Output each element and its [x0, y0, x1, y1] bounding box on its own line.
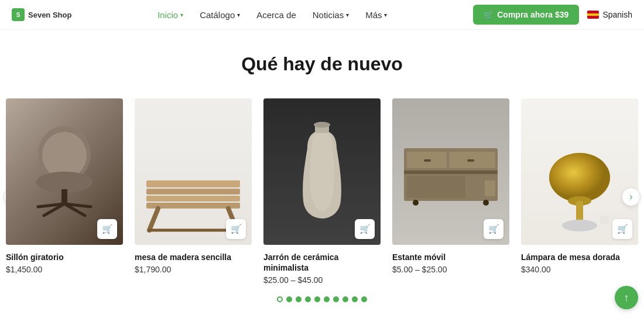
product-card-4: 🛒 Lámpara de mesa dorada $340.00	[521, 98, 638, 285]
product-card-3: 🛒 Estante móvil $5.00 – $25.00	[392, 98, 509, 285]
product-price-2: $25.00 – $45.00	[263, 275, 381, 285]
product-card-2: 🛒 Jarrón de cerámica minimalista $25.00 …	[263, 98, 381, 285]
add-to-cart-4[interactable]: 🛒	[612, 219, 632, 239]
dot-7[interactable]	[342, 296, 348, 302]
svg-rect-10	[146, 196, 240, 202]
svg-rect-25	[485, 180, 495, 196]
dot-3[interactable]	[305, 296, 311, 302]
svg-point-32	[562, 220, 597, 231]
product-name-0: Sillón giratorio	[6, 252, 123, 262]
svg-rect-8	[146, 180, 240, 187]
dot-0[interactable]	[277, 296, 283, 302]
nav-item-noticias[interactable]: Noticias ▾	[313, 10, 349, 20]
svg-point-29	[549, 153, 610, 202]
products-grid: 🛒 Sillón giratorio $1,450.00	[12, 98, 632, 285]
product-name-2: Jarrón de cerámica minimalista	[263, 252, 381, 273]
carousel-dots	[12, 296, 632, 302]
main-nav: Inicio ▾ Catálogo ▾ Acerca de Noticias ▾…	[157, 10, 387, 20]
svg-rect-3	[61, 189, 67, 204]
product-card-1: 🛒 mesa de madera sencilla $1,790.00	[135, 98, 252, 285]
noticias-caret: ▾	[346, 12, 349, 18]
svg-rect-22	[467, 159, 474, 162]
svg-rect-11	[146, 203, 240, 209]
dot-5[interactable]	[324, 296, 330, 302]
add-to-cart-2[interactable]: 🛒	[355, 219, 375, 239]
product-image-chair: 🛒	[6, 98, 123, 245]
nav-item-inicio[interactable]: Inicio ▾	[157, 10, 183, 20]
dot-8[interactable]	[352, 296, 358, 302]
svg-line-12	[149, 209, 158, 230]
language-selector[interactable]: Spanish	[587, 10, 632, 19]
logo-text: Seven Shop	[28, 11, 71, 19]
mas-caret: ▾	[384, 12, 387, 18]
svg-rect-9	[146, 189, 240, 194]
product-price-4: $340.00	[521, 265, 638, 274]
svg-rect-21	[424, 159, 431, 162]
add-to-cart-1[interactable]: 🛒	[226, 219, 246, 239]
dot-1[interactable]	[286, 296, 292, 302]
svg-rect-18	[404, 170, 498, 174]
inicio-caret: ▾	[180, 12, 183, 18]
product-name-1: mesa de madera sencilla	[135, 252, 252, 262]
main-content: Qué hay de nuevo ‹	[0, 30, 644, 314]
add-to-cart-3[interactable]: 🛒	[484, 219, 503, 239]
cart-icon: 🛒	[484, 10, 494, 19]
product-card-0: 🛒 Sillón giratorio $1,450.00	[6, 98, 123, 285]
header: S Seven Shop Inicio ▾ Catálogo ▾ Acerca …	[0, 0, 644, 30]
nav-right: 🛒 Compra ahora $39 Spanish	[473, 5, 632, 25]
svg-rect-33	[600, 216, 609, 224]
carousel-arrow-right[interactable]: ›	[622, 187, 640, 206]
svg-point-27	[483, 200, 489, 206]
nav-item-mas[interactable]: Más ▾	[365, 10, 387, 20]
svg-rect-24	[468, 177, 483, 196]
spanish-flag	[587, 11, 599, 19]
catalogo-caret: ▾	[237, 12, 240, 18]
product-price-3: $5.00 – $25.00	[392, 265, 509, 274]
section-title: Qué hay de nuevo	[12, 53, 632, 75]
product-price-1: $1,790.00	[135, 265, 252, 274]
scroll-to-top-button[interactable]: ↑	[615, 286, 638, 309]
logo-icon: S	[12, 8, 25, 21]
nav-item-catalogo[interactable]: Catálogo ▾	[200, 10, 240, 20]
logo[interactable]: S Seven Shop	[12, 8, 71, 21]
product-image-vase: 🛒	[263, 98, 381, 245]
nav-item-acerca[interactable]: Acerca de	[256, 10, 296, 20]
add-to-cart-0[interactable]: 🛒	[97, 219, 117, 239]
product-image-shelf: 🛒	[392, 98, 509, 245]
product-name-4: Lámpara de mesa dorada	[521, 252, 638, 262]
dot-9[interactable]	[361, 296, 367, 302]
svg-point-26	[413, 200, 419, 206]
svg-point-16	[314, 122, 330, 128]
product-image-lamp: 🛒	[521, 98, 638, 245]
svg-rect-23	[407, 176, 465, 198]
buy-button[interactable]: 🛒 Compra ahora $39	[473, 5, 579, 25]
product-image-table: 🛒	[135, 98, 252, 245]
dot-6[interactable]	[333, 296, 339, 302]
product-name-3: Estante móvil	[392, 252, 509, 262]
dot-2[interactable]	[296, 296, 302, 302]
dot-4[interactable]	[314, 296, 320, 302]
product-price-0: $1,450.00	[6, 265, 123, 274]
